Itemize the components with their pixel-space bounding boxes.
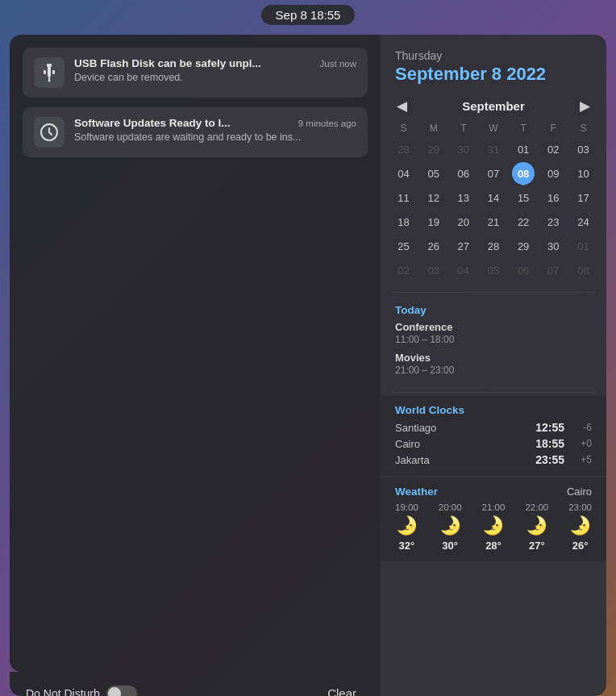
- cal-cell[interactable]: 18: [389, 210, 418, 234]
- cal-cell[interactable]: 23: [539, 210, 568, 234]
- cal-cell[interactable]: 10: [568, 161, 598, 185]
- weather-city: Cairo: [567, 486, 592, 498]
- calendar-full-date: September 8 2022: [395, 64, 592, 85]
- prev-month-button[interactable]: ◀: [392, 96, 412, 116]
- cal-cell[interactable]: 28: [389, 137, 418, 161]
- cal-cell[interactable]: 29: [509, 234, 539, 258]
- cal-cell[interactable]: 12: [418, 185, 448, 210]
- weather-hours: 19:00 🌛 32° 20:00 🌛 30° 21:00 🌛 28° 22:0…: [395, 502, 592, 552]
- cal-cell[interactable]: 04: [448, 258, 478, 282]
- cal-cell[interactable]: 17: [568, 185, 598, 210]
- cal-cell[interactable]: 16: [539, 185, 568, 210]
- calendar-nav: ◀ September ▶: [381, 90, 606, 119]
- cal-cell[interactable]: 19: [418, 210, 448, 234]
- weather-hour: 23:00: [568, 502, 592, 512]
- cal-cell[interactable]: 27: [448, 234, 478, 258]
- clock-time: 18:55: [535, 437, 564, 450]
- cal-cell[interactable]: 05: [478, 258, 508, 282]
- clock-time: 12:55: [535, 421, 564, 434]
- cal-cell[interactable]: 07: [539, 258, 568, 282]
- next-month-button[interactable]: ▶: [575, 96, 595, 116]
- cal-cell[interactable]: 30: [448, 137, 478, 161]
- cal-cell[interactable]: 30: [539, 234, 568, 258]
- cal-week-row: 18192021222324: [389, 210, 598, 234]
- cal-cell[interactable]: 02: [539, 137, 568, 161]
- svg-rect-3: [52, 70, 55, 74]
- cal-cell[interactable]: 15: [509, 185, 539, 210]
- cal-cell[interactable]: 11: [389, 185, 418, 210]
- weather-col: 23:00 🌛 26°: [568, 502, 592, 552]
- cal-cell[interactable]: 03: [418, 258, 448, 282]
- cal-cell[interactable]: 14: [478, 185, 508, 210]
- cal-cell[interactable]: 01: [568, 234, 598, 258]
- cal-cell[interactable]: 06: [509, 258, 539, 282]
- weather-hour: 21:00: [482, 502, 506, 512]
- dnd-toggle[interactable]: [106, 686, 137, 697]
- cal-week-row: 11121314151617: [389, 185, 598, 210]
- notification-card-usb[interactable]: USB Flash Disk can be safely unpl... Jus…: [23, 48, 368, 98]
- today-section: Today Conference 11:00 – 18:00 Movies 21…: [381, 296, 606, 389]
- notifications-list: USB Flash Disk can be safely unpl... Jus…: [23, 48, 368, 167]
- weather-hour: 20:00: [439, 502, 462, 512]
- cal-cell[interactable]: 08: [568, 258, 598, 282]
- dnd-label: Do Not Disturb: [26, 687, 100, 697]
- clock-offset: -6: [569, 422, 592, 433]
- svg-rect-1: [48, 67, 51, 77]
- cal-cell[interactable]: 20: [448, 210, 478, 234]
- svg-point-5: [48, 80, 51, 82]
- weather-col: 20:00 🌛 30°: [439, 502, 462, 552]
- cal-cell[interactable]: 08: [512, 162, 535, 185]
- cal-day-header: W: [478, 119, 508, 137]
- weather-temp: 32°: [399, 540, 415, 552]
- cal-day-header: S: [389, 119, 418, 137]
- toggle-knob: [108, 687, 121, 697]
- svg-rect-2: [44, 70, 46, 74]
- weather-title: Weather: [395, 486, 438, 498]
- cal-cell[interactable]: 28: [478, 234, 508, 258]
- divider-2: [392, 392, 595, 393]
- cal-cell[interactable]: 05: [418, 161, 448, 185]
- cal-cell[interactable]: 25: [389, 234, 418, 258]
- cal-day-header: M: [418, 119, 448, 137]
- event-name: Movies: [395, 352, 592, 364]
- weather-hour: 19:00: [395, 502, 418, 512]
- world-clocks-title: World Clocks: [395, 404, 592, 416]
- clock-row: Santiago 12:55 -6: [395, 421, 592, 434]
- weather-icon: 🌛: [396, 515, 418, 536]
- cal-cell[interactable]: 29: [418, 137, 448, 161]
- notification-card-update[interactable]: Software Updates Ready to I... 9 minutes…: [23, 107, 368, 157]
- event-time: 21:00 – 23:00: [395, 365, 592, 376]
- world-clocks-section: World Clocks Santiago 12:55 -6 Cairo 18:…: [381, 396, 606, 476]
- right-panel: Thursday September 8 2022 ◀ September ▶ …: [381, 35, 606, 696]
- cal-cell[interactable]: 01: [509, 137, 539, 161]
- clock-row: Cairo 18:55 +0: [395, 437, 592, 450]
- notifications-panel: USB Flash Disk can be safely unpl... Jus…: [10, 35, 381, 672]
- cal-cell[interactable]: 24: [568, 210, 598, 234]
- calendar-grid: SMTWTFS 28293031010203040506070809101112…: [381, 119, 606, 289]
- today-label: Today: [395, 304, 592, 316]
- weather-icon: 🌛: [526, 515, 547, 536]
- cal-cell[interactable]: 26: [418, 234, 448, 258]
- cal-cell[interactable]: 03: [568, 137, 598, 161]
- cal-day-header: F: [539, 119, 568, 137]
- cal-cell[interactable]: 07: [478, 161, 508, 185]
- cal-cell[interactable]: 31: [478, 137, 508, 161]
- cal-cell[interactable]: 22: [509, 210, 539, 234]
- clock-city: Cairo: [395, 438, 535, 450]
- notif-content-update: Software Updates Ready to I... 9 minutes…: [74, 117, 356, 143]
- notif-title-update: Software Updates Ready to I...: [74, 117, 231, 129]
- events-list: Conference 11:00 – 18:00 Movies 21:00 – …: [395, 321, 592, 376]
- calendar-header: Thursday September 8 2022: [381, 35, 606, 90]
- cal-cell[interactable]: 13: [448, 185, 478, 210]
- cal-cell[interactable]: 21: [478, 210, 508, 234]
- clear-button[interactable]: Clear: [319, 683, 364, 696]
- cal-day-header: S: [568, 119, 598, 137]
- cal-week-row: 28293031010203: [389, 137, 598, 161]
- event-item: Movies 21:00 – 23:00: [395, 352, 592, 376]
- cal-cell[interactable]: 06: [448, 161, 478, 185]
- cal-cell[interactable]: 02: [389, 258, 418, 282]
- topbar: Sep 8 18:55: [0, 0, 616, 30]
- cal-cell[interactable]: 04: [389, 161, 418, 185]
- cal-cell[interactable]: 09: [539, 161, 568, 185]
- clock-city: Jakarta: [395, 454, 535, 466]
